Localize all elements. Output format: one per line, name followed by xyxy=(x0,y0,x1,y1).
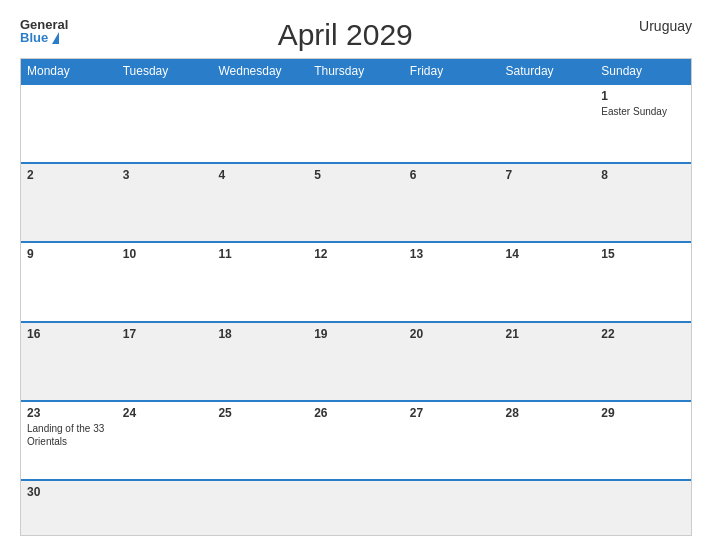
cell-date-number: 17 xyxy=(123,327,207,341)
calendar-cell: 27 xyxy=(404,402,500,479)
calendar-cell: 12 xyxy=(308,243,404,320)
calendar-cell: 3 xyxy=(117,164,213,241)
header-sunday: Sunday xyxy=(595,59,691,83)
calendar-cell: 19 xyxy=(308,323,404,400)
header: General Blue April 2029 Uruguay xyxy=(20,18,692,52)
cell-event-label: Landing of the 33 Orientals xyxy=(27,422,111,448)
cell-date-number: 19 xyxy=(314,327,398,341)
calendar-cell xyxy=(117,85,213,162)
cell-date-number: 1 xyxy=(601,89,685,103)
header-saturday: Saturday xyxy=(500,59,596,83)
cell-date-number: 18 xyxy=(218,327,302,341)
cell-date-number: 8 xyxy=(601,168,685,182)
calendar-cell: 26 xyxy=(308,402,404,479)
header-tuesday: Tuesday xyxy=(117,59,213,83)
logo: General Blue xyxy=(20,18,68,44)
calendar-cell: 30 xyxy=(21,481,117,535)
calendar-cell xyxy=(212,85,308,162)
calendar-cell xyxy=(212,481,308,535)
calendar-cell: 29 xyxy=(595,402,691,479)
calendar-cell xyxy=(308,481,404,535)
calendar-cell xyxy=(500,481,596,535)
cell-date-number: 5 xyxy=(314,168,398,182)
logo-triangle-icon xyxy=(52,32,59,44)
calendar-cell: 22 xyxy=(595,323,691,400)
cell-date-number: 28 xyxy=(506,406,590,420)
calendar-cell xyxy=(21,85,117,162)
calendar: Monday Tuesday Wednesday Thursday Friday… xyxy=(20,58,692,536)
cell-date-number: 11 xyxy=(218,247,302,261)
calendar-cell xyxy=(117,481,213,535)
calendar-week-2: 2345678 xyxy=(21,162,691,241)
calendar-cell: 25 xyxy=(212,402,308,479)
cell-date-number: 10 xyxy=(123,247,207,261)
cell-date-number: 3 xyxy=(123,168,207,182)
country-label: Uruguay xyxy=(622,18,692,34)
cell-date-number: 29 xyxy=(601,406,685,420)
cell-date-number: 30 xyxy=(27,485,111,499)
cell-date-number: 4 xyxy=(218,168,302,182)
calendar-cell: 13 xyxy=(404,243,500,320)
logo-blue-text: Blue xyxy=(20,31,48,44)
cell-date-number: 22 xyxy=(601,327,685,341)
cell-date-number: 12 xyxy=(314,247,398,261)
calendar-header-row: Monday Tuesday Wednesday Thursday Friday… xyxy=(21,59,691,83)
cell-date-number: 25 xyxy=(218,406,302,420)
header-friday: Friday xyxy=(404,59,500,83)
cell-event-label: Easter Sunday xyxy=(601,105,685,118)
calendar-cell: 20 xyxy=(404,323,500,400)
calendar-cell: 2 xyxy=(21,164,117,241)
cell-date-number: 6 xyxy=(410,168,494,182)
header-wednesday: Wednesday xyxy=(212,59,308,83)
calendar-cell: 21 xyxy=(500,323,596,400)
calendar-cell: 14 xyxy=(500,243,596,320)
calendar-title: April 2029 xyxy=(68,18,622,52)
cell-date-number: 15 xyxy=(601,247,685,261)
calendar-cell: 18 xyxy=(212,323,308,400)
header-thursday: Thursday xyxy=(308,59,404,83)
cell-date-number: 14 xyxy=(506,247,590,261)
logo-blue-row: Blue xyxy=(20,31,59,44)
calendar-cell xyxy=(595,481,691,535)
calendar-cell xyxy=(404,85,500,162)
cell-date-number: 7 xyxy=(506,168,590,182)
calendar-cell: 8 xyxy=(595,164,691,241)
cell-date-number: 23 xyxy=(27,406,111,420)
calendar-cell: 1Easter Sunday xyxy=(595,85,691,162)
calendar-cell: 10 xyxy=(117,243,213,320)
calendar-week-3: 9101112131415 xyxy=(21,241,691,320)
calendar-week-5: 23Landing of the 33 Orientals24252627282… xyxy=(21,400,691,479)
calendar-cell: 15 xyxy=(595,243,691,320)
calendar-cell xyxy=(404,481,500,535)
calendar-cell: 24 xyxy=(117,402,213,479)
calendar-week-4: 16171819202122 xyxy=(21,321,691,400)
calendar-cell: 5 xyxy=(308,164,404,241)
header-monday: Monday xyxy=(21,59,117,83)
calendar-cell: 28 xyxy=(500,402,596,479)
calendar-week-6: 30 xyxy=(21,479,691,535)
calendar-cell xyxy=(500,85,596,162)
calendar-cell: 6 xyxy=(404,164,500,241)
cell-date-number: 13 xyxy=(410,247,494,261)
calendar-cell: 7 xyxy=(500,164,596,241)
cell-date-number: 9 xyxy=(27,247,111,261)
cell-date-number: 16 xyxy=(27,327,111,341)
calendar-cell: 9 xyxy=(21,243,117,320)
calendar-cell: 4 xyxy=(212,164,308,241)
cell-date-number: 26 xyxy=(314,406,398,420)
calendar-week-1: 1Easter Sunday xyxy=(21,83,691,162)
cell-date-number: 24 xyxy=(123,406,207,420)
cell-date-number: 21 xyxy=(506,327,590,341)
cell-date-number: 2 xyxy=(27,168,111,182)
page: General Blue April 2029 Uruguay Monday T… xyxy=(0,0,712,550)
calendar-cell xyxy=(308,85,404,162)
cell-date-number: 27 xyxy=(410,406,494,420)
calendar-cell: 23Landing of the 33 Orientals xyxy=(21,402,117,479)
calendar-cell: 17 xyxy=(117,323,213,400)
cell-date-number: 20 xyxy=(410,327,494,341)
calendar-cell: 11 xyxy=(212,243,308,320)
calendar-cell: 16 xyxy=(21,323,117,400)
calendar-body: 1Easter Sunday23456789101112131415161718… xyxy=(21,83,691,535)
